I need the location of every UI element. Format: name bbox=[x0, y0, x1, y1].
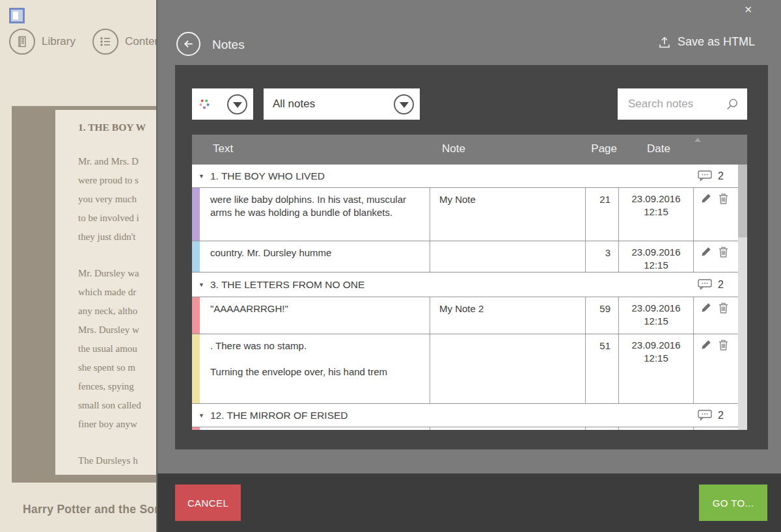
note-date: 23.09.2016 bbox=[620, 302, 692, 315]
section-header-row[interactable]: ▼ 3. THE LETTERS FROM NO ONE 2 bbox=[192, 273, 738, 297]
library-label: Library bbox=[42, 35, 75, 48]
chevron-down-icon bbox=[394, 94, 414, 114]
note-note-cell: My Note 2 bbox=[430, 297, 586, 334]
note-page-cell bbox=[586, 427, 619, 430]
collapse-arrow-icon: ▼ bbox=[199, 282, 204, 288]
note-text-cell: were like baby dolphins. In his vast, mu… bbox=[200, 188, 430, 241]
section-header-row[interactable]: ▼ 1. THE BOY WHO LIVED 2 bbox=[192, 165, 738, 188]
note-date: 23.09.2016 bbox=[620, 339, 692, 352]
delete-note-button[interactable] bbox=[719, 339, 728, 351]
note-page-cell: 51 bbox=[586, 334, 619, 403]
section-note-count: 2 bbox=[718, 170, 724, 182]
scrollbar-thumb[interactable] bbox=[738, 165, 747, 237]
section-note-count: 2 bbox=[718, 279, 724, 291]
collapse-arrow-icon: ▼ bbox=[199, 173, 204, 180]
note-text-cell: . There was no stamp. Turning the envelo… bbox=[200, 334, 430, 403]
notes-table-header: Text Note Page Date bbox=[192, 135, 747, 165]
search-input[interactable] bbox=[618, 98, 725, 111]
highlight-color-bar bbox=[192, 427, 200, 430]
highlight-color-bar bbox=[192, 334, 200, 403]
edit-note-button[interactable] bbox=[701, 246, 711, 257]
section-title: 12. THE MIRROR OF ERISED bbox=[210, 410, 698, 421]
section-title: 1. THE BOY WHO LIVED bbox=[210, 170, 698, 182]
note-text-cell: "AAAAARRRGH!" bbox=[200, 297, 430, 334]
reader-toolbar: Library Content bbox=[9, 29, 164, 55]
section-header-row[interactable]: ▼ 12. THE MIRROR OF ERISED 2 bbox=[192, 404, 738, 427]
note-date-cell: 23.09.2016 12:15 bbox=[619, 334, 694, 403]
highlight-color-bar bbox=[192, 241, 200, 272]
notes-dialog: ✕ Notes Save as HTML All notes bbox=[156, 0, 781, 532]
note-row[interactable]: were like baby dolphins. In his vast, mu… bbox=[192, 188, 738, 241]
column-header-note[interactable]: Note bbox=[442, 142, 465, 155]
scrollbar-track[interactable] bbox=[738, 165, 747, 430]
note-actions-cell bbox=[694, 241, 738, 272]
sort-ascending-icon bbox=[694, 138, 701, 142]
color-dots-icon bbox=[198, 98, 211, 111]
notes-panel: All notes Text Note Page Date ▼ 1. THE B… bbox=[175, 65, 768, 449]
note-actions-cell bbox=[694, 188, 738, 241]
pencil-icon bbox=[701, 246, 711, 257]
notes-count-bubble-icon bbox=[698, 279, 712, 290]
app-window-icon-inner bbox=[13, 12, 18, 20]
section-note-count: 2 bbox=[718, 410, 724, 421]
library-icon bbox=[9, 29, 35, 55]
note-text-cell: country. Mr. Dursley humme bbox=[200, 241, 430, 272]
highlight-color-bar bbox=[192, 188, 200, 241]
note-date-cell bbox=[619, 427, 694, 430]
notes-filter-dropdown[interactable]: All notes bbox=[264, 88, 420, 120]
notes-rows: ▼ 1. THE BOY WHO LIVED 2 were like baby … bbox=[192, 165, 738, 430]
trash-icon bbox=[719, 339, 728, 351]
back-arrow-icon bbox=[182, 38, 195, 50]
upload-icon bbox=[658, 36, 671, 49]
column-header-page[interactable]: Page bbox=[587, 142, 617, 155]
back-button[interactable] bbox=[176, 32, 200, 56]
note-date: 23.09.2016 bbox=[620, 193, 692, 206]
edit-note-button[interactable] bbox=[701, 193, 711, 204]
note-row[interactable]: "AAAAARRRGH!" My Note 2 59 23.09.2016 12… bbox=[192, 297, 738, 334]
collapse-arrow-icon: ▼ bbox=[199, 412, 204, 419]
column-header-text[interactable]: Text bbox=[213, 142, 233, 155]
delete-note-button[interactable] bbox=[719, 246, 728, 258]
column-header-date[interactable]: Date bbox=[621, 142, 696, 155]
contents-icon bbox=[92, 29, 118, 55]
trash-icon bbox=[719, 302, 728, 313]
note-note-cell: My Note bbox=[430, 188, 586, 241]
note-date-cell: 23.09.2016 12:15 bbox=[619, 188, 694, 241]
save-as-html-button[interactable]: Save as HTML bbox=[658, 35, 755, 49]
note-note-cell bbox=[430, 334, 586, 403]
note-date-cell: 23.09.2016 12:15 bbox=[619, 241, 694, 272]
delete-note-button[interactable] bbox=[719, 302, 728, 313]
library-button[interactable]: Library bbox=[9, 29, 75, 55]
pencil-icon bbox=[701, 339, 711, 350]
note-actions-cell bbox=[694, 427, 738, 430]
close-icon[interactable]: ✕ bbox=[744, 4, 752, 16]
note-note-cell bbox=[430, 427, 586, 430]
contents-button[interactable]: Content bbox=[92, 29, 164, 55]
book-title: Harry Potter and the Sorc bbox=[23, 503, 166, 516]
note-time: 12:15 bbox=[620, 206, 692, 219]
highlight-color-bar bbox=[192, 297, 200, 334]
note-actions-cell bbox=[694, 297, 738, 334]
note-page-cell: 3 bbox=[586, 241, 619, 272]
notes-count-bubble-icon bbox=[698, 170, 712, 181]
edit-note-button[interactable] bbox=[701, 302, 711, 313]
delete-note-button[interactable] bbox=[719, 193, 728, 204]
note-row[interactable] bbox=[192, 427, 738, 430]
pencil-icon bbox=[701, 302, 711, 313]
color-filter-dropdown[interactable] bbox=[192, 88, 253, 120]
notes-table-body: ▼ 1. THE BOY WHO LIVED 2 were like baby … bbox=[192, 165, 747, 430]
save-as-html-label: Save as HTML bbox=[678, 35, 755, 49]
note-time: 12:15 bbox=[620, 315, 692, 328]
note-page-cell: 59 bbox=[586, 297, 619, 334]
note-row[interactable]: . There was no stamp. Turning the envelo… bbox=[192, 334, 738, 404]
app-window-icon[interactable] bbox=[9, 8, 25, 23]
cancel-button[interactable]: CANCEL bbox=[175, 485, 241, 521]
dialog-title: Notes bbox=[212, 38, 245, 52]
edit-note-button[interactable] bbox=[701, 339, 711, 350]
note-row[interactable]: country. Mr. Dursley humme 3 23.09.2016 … bbox=[192, 241, 738, 273]
goto-button[interactable]: GO TO... bbox=[699, 485, 767, 521]
pencil-icon bbox=[701, 193, 711, 204]
section-title: 3. THE LETTERS FROM NO ONE bbox=[210, 279, 698, 291]
notes-table: Text Note Page Date ▼ 1. THE BOY WHO LIV… bbox=[192, 135, 747, 430]
note-note-cell bbox=[430, 241, 586, 272]
